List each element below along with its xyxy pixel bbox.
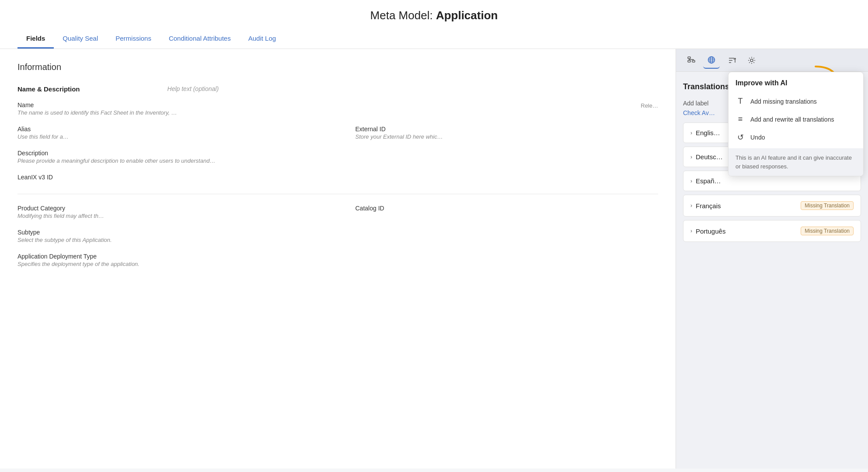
toolbar-sort-btn[interactable] xyxy=(723,52,740,69)
field-col-product-category: Product Category Modifying this field ma… xyxy=(17,205,321,219)
page-header: Meta Model: Application Fields Quality S… xyxy=(0,0,868,49)
field-desc-alias: Use this field for a… xyxy=(17,133,321,140)
field-name-deployment-type: Application Deployment Type xyxy=(17,253,658,260)
page-title: Meta Model: Application xyxy=(0,9,868,22)
field-name-product-category: Product Category xyxy=(17,205,321,212)
section-title: Information xyxy=(17,62,658,72)
translations-title: Translations xyxy=(683,82,729,91)
field-name-description: Description xyxy=(17,150,658,157)
svg-rect-0 xyxy=(688,57,690,59)
field-col-catalog-id: Catalog ID xyxy=(356,205,659,219)
field-desc-name: The name is used to identify this Fact S… xyxy=(17,109,177,116)
chevron-right-icon: › xyxy=(690,130,692,136)
chevron-right-icon: › xyxy=(690,228,692,234)
lang-name-portugues: Português xyxy=(696,227,725,235)
ai-popup: Improve with AI T Add missing translatio… xyxy=(728,72,864,176)
field-desc-product-category: Modifying this field may affect th… xyxy=(17,213,321,219)
lang-name-english: Englis… xyxy=(696,129,720,136)
panel-toolbar xyxy=(676,49,868,72)
content-area: Information Name & Description Help text… xyxy=(0,49,676,469)
field-col-external-id: External ID Store your External ID here … xyxy=(356,126,659,140)
svg-rect-2 xyxy=(692,60,695,62)
chevron-right-icon: › xyxy=(690,178,692,184)
field-name-name: Name xyxy=(17,101,177,108)
ai-rewrite-all-label: Add and rewrite all translations xyxy=(750,116,834,123)
tab-audit-log[interactable]: Audit Log xyxy=(240,30,285,49)
ai-add-missing-label: Add missing translations xyxy=(750,98,817,105)
toolbar-settings-btn[interactable] xyxy=(743,52,760,69)
field-row-name: Name The name is used to identify this F… xyxy=(17,101,658,118)
ai-popup-title: Improve with AI xyxy=(729,72,863,92)
undo-icon: ↺ xyxy=(736,133,745,142)
chevron-right-icon: › xyxy=(690,203,692,209)
lines-icon: ≡ xyxy=(736,115,745,124)
field-name-catalog-id: Catalog ID xyxy=(356,205,659,212)
tab-permissions[interactable]: Permissions xyxy=(107,30,160,49)
field-desc-external-id: Store your External ID here whic… xyxy=(356,133,659,140)
field-row-description: Description Please provide a meaningful … xyxy=(17,150,658,166)
field-col-alias: Alias Use this field for a… xyxy=(17,126,321,140)
chevron-right-icon: › xyxy=(690,154,692,160)
ai-rewrite-all-btn[interactable]: ≡ Add and rewrite all translations xyxy=(729,110,863,128)
missing-translation-badge-francais: Missing Translation xyxy=(801,201,854,210)
ai-add-missing-btn[interactable]: T Add missing translations xyxy=(729,92,863,110)
field-row-deployment-type: Application Deployment Type Specifies th… xyxy=(17,253,658,269)
toolbar-globe-btn[interactable] xyxy=(703,52,720,69)
ai-undo-btn[interactable]: ↺ Undo xyxy=(729,128,863,147)
field-name-external-id: External ID xyxy=(356,126,659,133)
missing-translation-badge-portugues: Missing Translation xyxy=(801,227,854,235)
tab-conditional-attributes[interactable]: Conditional Attributes xyxy=(160,30,240,49)
field-desc-description: Please provide a meaningful description … xyxy=(17,157,658,164)
field-name-leanix: LeanIX v3 ID xyxy=(17,174,658,181)
right-panel: Translations ✦ Add label Check Av… › Eng… xyxy=(676,49,868,469)
toolbar-hierarchy-btn[interactable] xyxy=(683,52,700,69)
field-desc-subtype: Select the subtype of this Application. xyxy=(17,237,658,243)
rele-badge: Rele… xyxy=(641,102,658,109)
field-row-subtype: Subtype Select the subtype of this Appli… xyxy=(17,229,658,245)
field-group-optional: Help text (optional) xyxy=(167,85,219,93)
field-name-alias: Alias xyxy=(17,126,321,133)
field-row-product-category: Product Category Modifying this field ma… xyxy=(17,205,658,221)
svg-point-15 xyxy=(750,59,753,62)
svg-rect-1 xyxy=(688,60,690,62)
lang-row-portugues[interactable]: › Português Missing Translation xyxy=(683,220,861,242)
field-row-leanix: LeanIX v3 ID xyxy=(17,174,658,183)
lang-name-francais: Français xyxy=(696,202,721,210)
ai-disclaimer: This is an AI feature and it can give in… xyxy=(729,148,863,176)
tab-fields[interactable]: Fields xyxy=(17,30,54,49)
main-layout: Information Name & Description Help text… xyxy=(0,49,868,469)
field-desc-deployment-type: Specifies the deployment type of the app… xyxy=(17,261,658,267)
lang-row-francais[interactable]: › Français Missing Translation xyxy=(683,195,861,217)
tab-quality-seal[interactable]: Quality Seal xyxy=(54,30,107,49)
field-group-label: Name & Description xyxy=(17,85,80,93)
lang-name-deutsch: Deutsc… xyxy=(696,153,723,161)
ai-undo-label: Undo xyxy=(750,134,765,141)
tab-nav: Fields Quality Seal Permissions Conditio… xyxy=(0,30,868,49)
text-icon: T xyxy=(736,97,745,106)
field-row-alias: Alias Use this field for a… External ID … xyxy=(17,126,658,142)
lang-name-espanol: Españ… xyxy=(696,177,721,185)
field-name-subtype: Subtype xyxy=(17,229,658,236)
field-group-header: Name & Description Help text (optional) xyxy=(17,85,658,93)
